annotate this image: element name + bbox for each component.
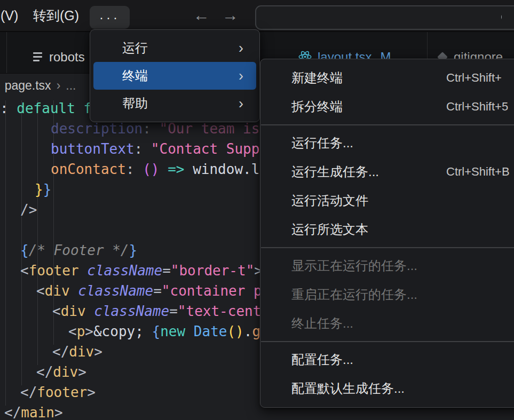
menu-item-label: 运行 bbox=[93, 39, 148, 57]
menu-item-label: 运行所选文本 bbox=[264, 221, 368, 238]
breadcrumb-chevron-icon: › bbox=[0, 78, 1, 92]
menu-item-label: 运行活动文件 bbox=[264, 192, 368, 209]
submenu-chevron-icon: › bbox=[239, 40, 256, 57]
menu-item-label: 拆分终端 bbox=[264, 98, 343, 115]
menu-item-shortcut: Ctrl+Shift+ bbox=[446, 71, 502, 85]
submenu-chevron-icon: › bbox=[239, 68, 256, 84]
menu-item-run-selected-text[interactable]: 运行所选文本 bbox=[264, 215, 514, 244]
tab-label: robots bbox=[49, 50, 85, 65]
code-line: </div> bbox=[36, 362, 86, 382]
menu-item-terminal[interactable]: 终端› bbox=[93, 62, 256, 90]
menu-item-help[interactable]: 帮助› bbox=[93, 90, 256, 117]
more-actions-button[interactable]: ··· bbox=[90, 6, 130, 29]
code-line: buttonText: "Contact Supp bbox=[51, 139, 259, 159]
menu-item-run-task[interactable]: 运行任务... bbox=[264, 129, 514, 157]
code-line: <footer className="border-t"> bbox=[20, 260, 263, 281]
menu-item-show-running-tasks: 显示正在运行的任务... bbox=[264, 251, 514, 280]
menu-item-label: 运行任务... bbox=[264, 134, 353, 152]
menu-item-label: 新建终端 bbox=[264, 69, 343, 86]
menu-item-shortcut: Ctrl+Shift+B bbox=[446, 165, 510, 179]
submenu-chevron-icon: › bbox=[239, 96, 256, 112]
overflow-menu: 运行›终端›帮助› bbox=[90, 29, 260, 122]
back-arrow-icon[interactable]: ← bbox=[193, 0, 210, 31]
menu-item-label: 重启正在运行的任务... bbox=[264, 286, 417, 303]
menu-item-label: 运行生成任务... bbox=[264, 163, 379, 180]
menu-item-label: 配置默认生成任务... bbox=[264, 380, 405, 397]
menu-separator bbox=[261, 247, 514, 248]
code-line: : default fu bbox=[0, 98, 100, 118]
code-line: {/* Footer */} bbox=[20, 240, 137, 260]
code-line: <div className="container p bbox=[36, 281, 262, 301]
code-line: onContact: () => window.l bbox=[51, 159, 259, 179]
menu-item-run[interactable]: 运行› bbox=[93, 34, 256, 62]
menu-item-label: 显示正在运行的任务... bbox=[264, 257, 417, 274]
menu-item-run-active-file[interactable]: 运行活动文件 bbox=[264, 186, 514, 215]
menu-bar: (V) 转到(G) ··· ← → bbox=[0, 0, 514, 32]
menu-item-configure-tasks[interactable]: 配置任务... bbox=[264, 345, 514, 374]
search-icon[interactable] bbox=[246, 5, 502, 30]
indent-guide bbox=[37, 100, 38, 365]
menu-item-run-build-task[interactable]: 运行生成任务...Ctrl+Shift+B bbox=[264, 157, 514, 186]
menu-separator bbox=[261, 341, 514, 342]
breadcrumb-more[interactable]: ... bbox=[66, 78, 76, 92]
menu-view-partial[interactable]: (V) bbox=[1, 0, 18, 31]
list-icon bbox=[33, 52, 42, 61]
indent-guide bbox=[5, 100, 6, 406]
code-line: <div className="text-cent bbox=[52, 301, 261, 321]
menu-item-restart-running-task: 重启正在运行的任务... bbox=[264, 280, 514, 309]
code-line: ); bbox=[20, 416, 37, 420]
menu-item-label: 终止任务... bbox=[264, 315, 353, 332]
menu-item-split-terminal[interactable]: 拆分终端Ctrl+Shift+5 bbox=[264, 92, 514, 121]
terminal-submenu: 新建终端Ctrl+Shift+拆分终端Ctrl+Shift+5运行任务...运行… bbox=[260, 59, 514, 408]
code-line: </footer> bbox=[20, 382, 96, 402]
menu-item-configure-default-build-task[interactable]: 配置默认生成任务... bbox=[264, 374, 514, 403]
menu-item-shortcut: Ctrl+Shift+5 bbox=[446, 100, 508, 114]
code-line: /> bbox=[20, 200, 37, 220]
code-line: <p>&copy; {new Date().g bbox=[68, 321, 260, 342]
code-line: </div> bbox=[52, 342, 102, 362]
breadcrumb-file[interactable]: page.tsx bbox=[5, 78, 51, 92]
menu-item-new-terminal[interactable]: 新建终端Ctrl+Shift+ bbox=[264, 64, 514, 92]
breadcrumb-separator-icon: › bbox=[57, 78, 61, 92]
menu-goto[interactable]: 转到(G) bbox=[33, 0, 79, 31]
menu-item-label: 配置任务... bbox=[264, 351, 353, 368]
code-line: }} bbox=[35, 179, 51, 200]
forward-arrow-icon[interactable]: → bbox=[222, 0, 239, 31]
menu-item-label: 帮助 bbox=[93, 95, 148, 112]
menu-separator bbox=[261, 124, 514, 125]
menu-item-label: 终端 bbox=[93, 67, 148, 84]
menu-item-terminate-task: 终止任务... bbox=[264, 309, 514, 338]
